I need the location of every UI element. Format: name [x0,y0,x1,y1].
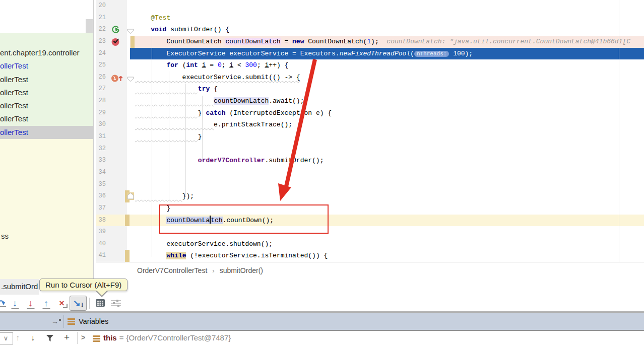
line-number: 25 [97,59,106,72]
popup-item[interactable]: ent.chapter19.controller [0,46,93,59]
editor-line[interactable]: 21 @Test [96,12,644,24]
variable-value: {OrderV7ControllerTest@7487} [126,333,231,342]
code-editor[interactable]: 2021 @Test22 void submitOrder() {23 Coun… [96,0,644,262]
line-number: 20 [97,0,106,12]
line-number: 41 [97,250,106,262]
vcs-change-marker [125,215,130,227]
breadcrumb-separator-icon: › [212,267,214,274]
run-to-cursor-icon[interactable]: ↘I [70,296,87,311]
step-into-icon[interactable]: ↓ [7,296,23,310]
tooltip-text: Run to Cursor (Alt+F9) [45,281,121,289]
line-number: 22 [97,24,106,36]
vcs-change-marker [125,250,130,262]
editor-line[interactable]: 20 [96,0,644,12]
editor-line[interactable]: 27 try { [96,83,644,95]
editor-line[interactable]: 34 [96,167,644,179]
tree-expander-icon[interactable]: > [81,331,85,344]
editor-line[interactable]: 36 }); [96,190,644,202]
force-step-into-icon[interactable]: ↓ [23,296,38,310]
editor-line[interactable]: 33 orderV7Controller.submitOrder(); [96,155,644,167]
line-number: 26 [97,72,106,84]
editor-line[interactable]: 30 e.printStackTrace(); [96,119,644,131]
tooltip: Run to Cursor (Alt+F9) [39,279,127,291]
add-watch-icon[interactable]: + [64,331,70,344]
editor-line[interactable]: 23 CountDownLatch countDownLatch = new C… [96,36,644,48]
evaluate-expression-icon[interactable] [92,296,108,310]
breadcrumb-class[interactable]: OrderV7ControllerTest [137,266,207,274]
fold-marker-icon[interactable] [127,27,134,34]
line-number: 33 [97,155,106,167]
doc-text-fragment: ss [1,232,9,240]
indent-guide [185,84,186,196]
popup-item[interactable]: ollerTest [0,86,93,99]
annotation-red-box [159,204,329,234]
code-text: void submitOrder() { [135,24,229,36]
editor-line[interactable]: 25 for (int i = 0; i < 300; i++) { [96,59,644,72]
frame-down-icon[interactable]: ↓ [31,331,35,344]
line-number: 37 [97,202,106,215]
debug-toolbar: ↓↓↑×↘I [0,295,644,312]
filter-icon[interactable] [46,334,54,342]
editor-line[interactable]: 26 executorService.submit(() -> { [96,72,644,84]
indent-guide [169,72,169,209]
variables-row[interactable]: this={OrderV7ControllerTest@7487} [103,331,231,344]
line-number: 39 [97,226,106,238]
editor-line[interactable]: 31 } [96,131,644,143]
editor-line[interactable]: 41 while (!executorService.isTerminated(… [96,250,644,262]
right-margin-guide [619,0,619,262]
toolbar-separator [89,298,90,309]
variables-tab[interactable]: Variables [79,313,108,330]
editor-line[interactable]: 28 countDownLatch.await(); [96,95,644,107]
debugger-bottom-row: ∨ ↑ ↓ + > this={OrderV7ControllerTest@74… [0,331,644,345]
popup-item[interactable]: ollerTest [0,99,93,112]
editor-line[interactable]: 22 void submitOrder() { [96,24,644,36]
line-number: 35 [97,179,106,191]
frame-up-icon[interactable]: ↑ [16,331,20,344]
step-out-icon[interactable]: ↑ [38,296,54,310]
divider [77,332,78,344]
pin-icon[interactable]: → [51,313,61,330]
fold-marker-icon[interactable] [127,192,134,199]
variable-name: this [103,333,117,342]
equals-sign: = [119,333,124,342]
code-text: for (int i = 0; i < 300; i++) { [135,59,288,72]
line-number: 40 [97,238,106,250]
run-test-icon[interactable] [111,25,123,35]
fold-marker-icon[interactable] [127,75,134,82]
left-popup-panel: ent.chapter19.controllerollerTestollerTe… [0,0,94,279]
line-number: 36 [97,190,106,202]
editor-line[interactable]: 35 [96,179,644,191]
breadcrumb-method[interactable]: submitOrder() [220,266,263,274]
popup-doc-panel: ss [0,139,93,279]
editor-line[interactable]: 24 ExecutorService executorService = Exe… [96,48,644,60]
editor-line[interactable]: 29 } catch (InterruptedException e) { [96,107,644,119]
code-text: e.printStackTrace(); [135,119,292,131]
popup-item[interactable]: ollerTest [0,73,93,86]
debug-session-tab[interactable]: .submitOrd [0,279,39,295]
ide-window: ent.chapter19.controllerollerTestollerTe… [0,0,644,345]
editor-line[interactable]: 40 executorService.shutdown(); [96,238,644,250]
thread-combo[interactable]: ∨ [0,332,13,344]
drop-frame-icon[interactable]: × [54,296,70,310]
line-number: 27 [97,83,106,95]
breakpoint-verified-icon[interactable] [111,37,123,47]
vcs-change-marker [131,36,135,48]
editor-line[interactable]: 32 [96,143,644,155]
layout-settings-icon[interactable] [108,296,123,310]
code-text: executorService.submit(() -> { [135,72,300,84]
line-number: 31 [97,131,106,143]
step-over-icon[interactable] [0,296,7,310]
line-number: 29 [97,107,106,119]
popup-item[interactable]: ollerTest [0,126,93,139]
popup-item[interactable]: ollerTest [0,112,93,125]
panel-divider [93,0,94,279]
popup-list: ent.chapter19.controllerollerTestollerTe… [0,33,93,139]
code-text: executorService.shutdown(); [135,238,273,250]
line-number: 38 [97,215,106,227]
lambda-breakpoint-icon[interactable] [111,73,123,83]
popup-item[interactable]: ollerTest [0,59,93,73]
line-number: 24 [97,48,106,60]
line-number: 32 [97,143,106,155]
line-number: 23 [97,36,106,48]
line-number: 30 [97,119,106,131]
